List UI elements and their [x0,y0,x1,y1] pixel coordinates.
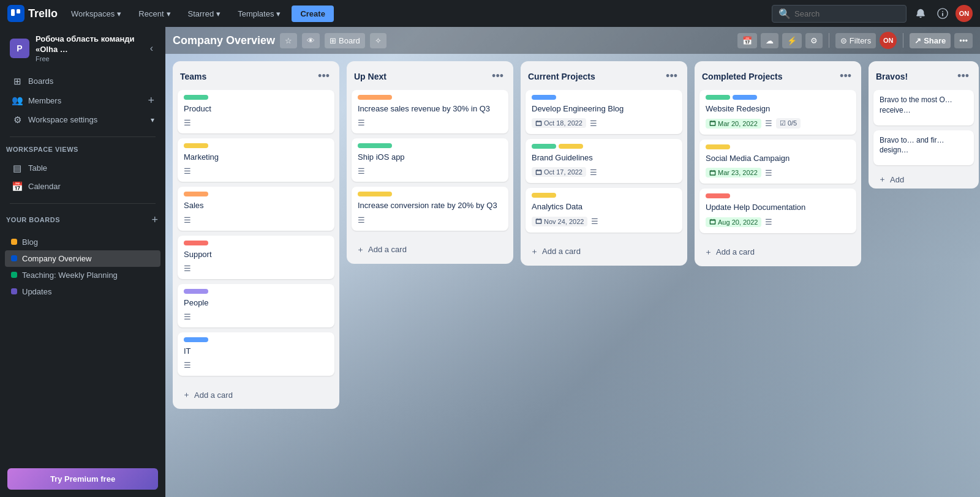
watch-button[interactable]: 👁 [302,33,320,48]
card-bravo1[interactable]: Bravo to the most O… receive… [873,90,974,125]
add-member-icon[interactable]: + [148,94,154,107]
more-icon: ••• [959,36,968,45]
card-it[interactable]: IT ☰ [178,332,334,376]
label-blue [184,337,208,342]
power-ups-button[interactable]: ⚡ [782,33,802,48]
card-conversion[interactable]: Increase conversion rate by 20% by Q3 ☰ [352,187,508,230]
star-button[interactable]: ☆ [280,33,297,48]
card-detail-icon: ☰ [358,215,365,225]
card-labels [358,192,502,196]
sidebar-item-table[interactable]: ▤ Table [5,159,160,177]
card-website-redesign[interactable]: Website Redesign Mar 20, 2022 ☰ ☑ 0/5 [699,90,856,135]
sidebar-item-blog[interactable]: Blog [5,234,160,250]
card-detail-icon: ☰ [184,215,191,225]
add-board-button[interactable]: + [150,212,159,228]
try-premium-button[interactable]: Try Premium free [7,468,158,490]
list-teams-menu-button[interactable]: ••• [315,67,332,85]
more-options-button[interactable]: ••• [954,33,973,48]
board-color-dot [11,255,17,261]
sidebar-item-calendar[interactable]: 📅 Calendar [5,177,160,196]
search-input[interactable] [794,9,880,18]
sidebar-item-company-overview[interactable]: Company Overview [5,250,160,267]
card-title: Analytics Data [532,201,676,212]
recent-button[interactable]: Recent ▾ [132,6,176,22]
info-button[interactable] [933,6,952,21]
share-button[interactable]: ↗ Share [910,33,951,48]
card-analytics[interactable]: Analytics Data Nov 24, 2022 ☰ [526,188,682,232]
card-title: People [184,297,328,308]
sidebar-divider-2 [10,203,156,204]
card-people[interactable]: People ☰ [178,284,334,327]
board-icon: ⊞ [330,36,336,45]
list-completed-projects-menu-button[interactable]: ••• [837,67,854,85]
create-button[interactable]: Create [292,6,333,22]
list-bravos-menu-button[interactable]: ••• [955,67,971,85]
app-logo[interactable]: Trello [7,5,58,22]
card-social-media[interactable]: Social Media Campaign Mar 23, 2022 ☰ [699,140,856,184]
card-detail-icon: ☰ [590,168,597,177]
add-card-teams-button[interactable]: ＋ Add a card [178,386,334,404]
card-title: Website Redesign [706,103,850,114]
card-sales[interactable]: Sales ☰ [178,187,334,230]
templates-button[interactable]: Templates ▾ [232,6,287,22]
card-labels [184,289,328,294]
list-current-projects: Current Projects ••• Develop Engineering… [521,61,687,266]
user-avatar[interactable]: ON [956,5,973,22]
sidebar-item-boards[interactable]: ⊞ Boards [5,72,160,91]
sidebar-item-workspace-settings[interactable]: ⚙ Workspace settings ▾ [5,111,160,129]
card-footer: Mar 20, 2022 ☰ ☑ 0/5 [706,118,850,129]
sidebar-item-updates[interactable]: Updates [5,283,160,300]
card-marketing[interactable]: Marketing ☰ [178,138,334,182]
workspaces-button[interactable]: Workspaces ▾ [65,6,127,22]
card-product[interactable]: Product ☰ [178,90,334,133]
calendar-view-button[interactable]: 📅 [737,33,757,48]
card-title: Sales [184,200,328,211]
label-yellow [358,192,392,196]
plus-icon: ＋ [183,389,190,400]
board-user-avatar[interactable]: ON [880,32,897,49]
add-card-bravos-button[interactable]: ＋ Add [873,170,974,189]
card-labels [184,192,328,196]
add-card-current-button[interactable]: ＋ Add a card [526,242,682,261]
customize-button[interactable]: ✧ [370,33,386,48]
customize-icon: ✧ [375,36,382,45]
sidebar-item-members[interactable]: 👥 Members + [5,91,160,111]
auto-icon: ⚙ [810,36,818,45]
card-brand-guidelines[interactable]: Brand Guidelines Oct 17, 2022 ☰ [526,139,682,183]
card-title: Social Media Campaign [706,153,850,164]
filters-button[interactable]: ⊜ Filters [835,33,876,48]
card-sales-revenue[interactable]: Increase sales revenue by 30% in Q3 ☰ [352,90,508,133]
date-badge: Nov 24, 2022 [532,217,587,226]
card-help-docs[interactable]: Update Help Documentation Aug 20, 2022 ☰ [699,189,856,233]
automation-button[interactable]: ⚙ [805,33,823,48]
notifications-button[interactable] [911,6,930,21]
plus-icon: ＋ [530,246,538,257]
card-labels [706,95,850,100]
cloud-button[interactable]: ☁ [761,33,778,48]
add-card-completed-button[interactable]: ＋ Add a card [699,243,856,261]
sidebar-collapse-button[interactable]: ‹ [148,40,156,56]
card-footer: ☰ [358,215,502,225]
board-color-dot [11,288,17,294]
card-support[interactable]: Support ☰ [178,236,334,279]
add-card-up-next-button[interactable]: ＋ Add a card [352,241,508,259]
your-boards-header: Your boards + [0,209,165,231]
list-up-next-menu-button[interactable]: ••• [489,67,506,85]
sidebar-item-teaching[interactable]: Teaching: Weekly Planning [5,267,160,283]
label-yellow [706,144,730,149]
card-ship-ios[interactable]: Ship iOS app ☰ [352,138,508,182]
workspace-icon: P [10,39,29,58]
card-detail-icon: ☰ [591,217,598,226]
svg-rect-3 [942,13,943,16]
card-eng-blog[interactable]: Develop Engineering Blog Oct 18, 2022 ☰ [526,90,682,134]
board-view-button[interactable]: ⊞ Board [325,33,365,48]
card-footer: Aug 20, 2022 ☰ [706,217,850,227]
card-detail-icon: ☰ [765,217,772,226]
card-bravo2[interactable]: Bravo to… and fir… design… [873,130,974,166]
starred-button[interactable]: Starred ▾ [182,6,227,22]
search-bar[interactable]: 🔍 [772,5,907,23]
card-title: Increase conversion rate by 20% by Q3 [358,200,502,211]
list-bravos: Bravos! ••• Bravo to the most O… receive… [869,61,979,189]
list-teams: Teams ••• Product ☰ Marketing ☰ [173,61,339,409]
list-current-projects-menu-button[interactable]: ••• [663,67,680,85]
